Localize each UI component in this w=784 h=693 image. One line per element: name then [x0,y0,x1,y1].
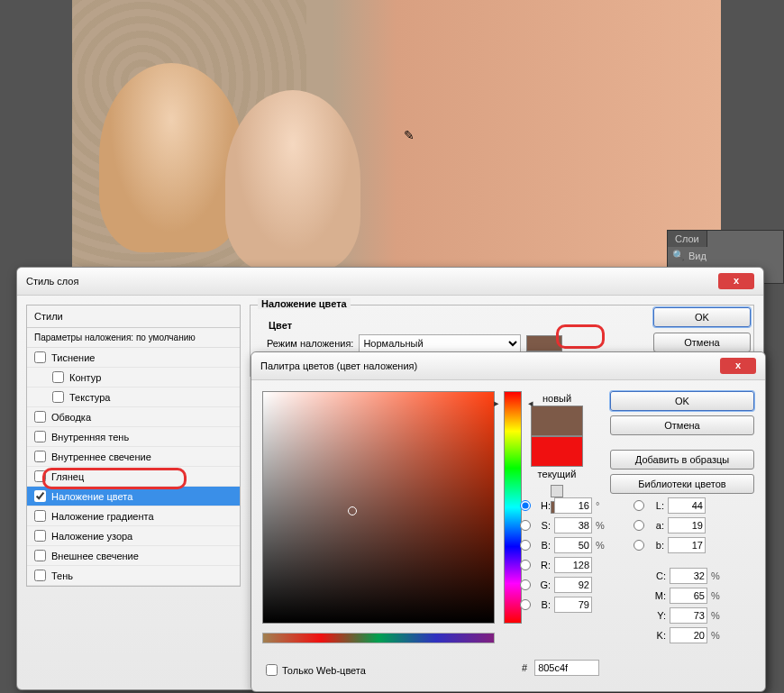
blue-radio[interactable] [520,599,531,610]
photo-content [99,63,387,270]
style-checkbox[interactable] [34,451,46,462]
m-label: M: [652,590,666,601]
style-item-тень[interactable]: Тень [27,566,240,586]
close-button[interactable]: x [718,273,754,289]
color-field[interactable] [262,391,495,624]
styles-list: Стили Параметры наложения: по умолчанию … [26,305,241,587]
hex-label: # [522,662,527,673]
style-checkbox[interactable] [34,570,46,581]
bri-radio[interactable] [520,540,531,551]
close-button[interactable]: x [720,358,756,374]
style-checkbox[interactable] [34,411,46,423]
dialog-titlebar[interactable]: Палитра цветов (цвет наложения) x [251,352,765,380]
eyedropper-cursor-icon [404,128,418,142]
dialog-title-text: Стиль слоя [26,276,78,287]
person-silhouette [225,90,360,270]
r-input[interactable] [554,557,592,573]
r-radio[interactable] [520,560,531,570]
style-checkbox[interactable] [34,530,46,542]
blend-mode-label: Режим наложения: [267,338,353,349]
web-only-checkbox[interactable] [266,664,278,676]
style-item-внутренняя-тень[interactable]: Внутренняя тень [27,427,240,447]
hue-slider[interactable] [504,391,522,624]
color-picker-dialog: Палитра цветов (цвет наложения) x новый … [251,351,766,692]
pct-unit: % [711,610,724,621]
blend-defaults[interactable]: Параметры наложения: по умолчанию [27,328,240,348]
style-item-глянец[interactable]: Глянец [27,467,240,487]
y-input[interactable] [670,607,707,624]
filter-label: Вид [688,251,707,261]
lab-b-radio[interactable] [634,540,644,551]
color-libraries-button[interactable]: Библиотеки цветов [610,474,754,494]
current-color-label: текущий [531,467,583,481]
style-item-внешнее-свечение[interactable]: Внешнее свечение [27,546,240,566]
style-checkbox[interactable] [34,431,46,442]
style-label: Тиснение [51,352,95,363]
style-item-обводка[interactable]: Обводка [27,407,240,427]
style-item-наложение-градиента[interactable]: Наложение градиента [27,506,240,526]
layers-tab[interactable]: Слои [668,231,707,247]
g-radio[interactable] [520,579,531,590]
l-input[interactable] [668,497,706,514]
a-input[interactable] [668,517,706,533]
web-only-label: Только Web-цвета [282,665,366,676]
h-input[interactable] [554,497,592,514]
g-input[interactable] [554,577,592,593]
new-color-label: новый [531,391,583,406]
m-input[interactable] [670,588,707,604]
add-swatch-button[interactable]: Добавить в образцы [610,450,754,470]
style-label: Контур [69,372,101,383]
style-label: Внутренняя тень [51,432,129,442]
style-item-наложение-узора[interactable]: Наложение узора [27,526,240,546]
gamut-warning-icon[interactable] [551,485,563,497]
hue-radio[interactable] [520,500,531,511]
style-checkbox[interactable] [34,351,46,363]
ok-button[interactable]: OK [610,391,754,411]
l-radio[interactable] [634,500,644,511]
blue-input[interactable] [554,597,592,613]
hex-input[interactable] [534,660,599,676]
color-spectrum-bar[interactable] [262,633,495,643]
overlay-color-swatch[interactable] [526,335,562,351]
l-label: L: [650,500,664,511]
pct-unit: % [596,540,608,551]
blue-label: B: [536,599,551,610]
degree-unit: ° [596,500,608,511]
style-label: Внешнее свечение [51,551,139,561]
style-checkbox[interactable] [34,490,46,502]
ok-button[interactable]: OK [653,307,751,327]
styles-header[interactable]: Стили [27,305,240,328]
a-label: a: [650,520,664,531]
style-item-наложение-цвета[interactable]: Наложение цвета [27,487,240,506]
b-label: B: [536,540,551,551]
dialog-titlebar[interactable]: Стиль слоя x [17,268,763,296]
blend-mode-select[interactable]: Нормальный [359,334,521,352]
s-input[interactable] [554,517,592,533]
c-input[interactable] [670,568,707,584]
s-label: S: [536,520,551,531]
new-color-preview [531,406,583,436]
sat-radio[interactable] [520,520,531,531]
pct-unit: % [711,630,724,641]
lab-b-input[interactable] [668,537,706,553]
style-item-текстура[interactable]: Текстура [27,388,240,407]
style-item-тиснение[interactable]: Тиснение [27,348,240,368]
style-item-внутреннее-свечение[interactable]: Внутреннее свечение [27,447,240,467]
a-radio[interactable] [634,520,644,531]
cancel-button[interactable]: Отмена [653,333,751,352]
color-field-cursor[interactable] [348,506,357,515]
style-checkbox[interactable] [52,391,64,403]
fieldset-title: Наложение цвета [258,298,351,309]
k-input[interactable] [670,627,707,643]
b-input[interactable] [554,537,592,553]
current-color-preview[interactable] [531,436,583,467]
hue-slider-thumb[interactable] [501,401,526,408]
style-checkbox[interactable] [52,371,64,383]
cmyk-inputs: C:% M:% Y:% K:% [652,568,724,643]
document-canvas[interactable] [72,0,721,270]
style-checkbox[interactable] [34,550,46,561]
style-checkbox[interactable] [34,510,46,522]
style-checkbox[interactable] [34,470,46,482]
cancel-button[interactable]: Отмена [610,415,754,435]
style-item-контур[interactable]: Контур [27,368,240,388]
